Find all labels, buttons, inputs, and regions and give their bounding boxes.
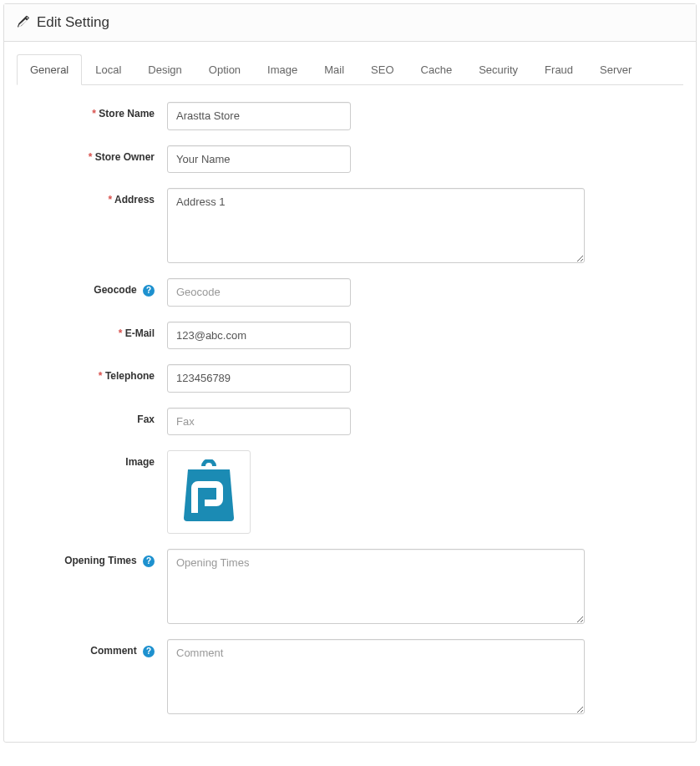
settings-panel: Edit Setting General Local Design Option…	[3, 3, 697, 743]
store-owner-input[interactable]	[167, 145, 351, 174]
fax-input[interactable]	[167, 408, 351, 436]
panel-title: Edit Setting	[37, 14, 109, 31]
tab-option[interactable]: Option	[195, 54, 254, 85]
help-icon[interactable]: ?	[143, 646, 155, 657]
geocode-input[interactable]	[167, 278, 351, 307]
image-thumbnail[interactable]	[167, 450, 251, 534]
tab-image[interactable]: Image	[254, 54, 311, 85]
email-input[interactable]	[167, 322, 351, 350]
pencil-icon	[17, 15, 30, 31]
opening-times-label: Opening Times ?	[17, 549, 167, 567]
opening-times-input[interactable]	[167, 549, 585, 624]
settings-tabs: General Local Design Option Image Mail S…	[17, 54, 683, 85]
tab-seo[interactable]: SEO	[358, 54, 407, 85]
address-label: Address	[17, 188, 167, 205]
geocode-label: Geocode ?	[17, 278, 167, 297]
telephone-label: Telephone	[17, 364, 167, 382]
help-icon[interactable]: ?	[143, 285, 155, 297]
fax-label: Fax	[17, 408, 167, 425]
tab-content-general: Store Name Store Owner Address Address 1	[17, 85, 683, 714]
store-name-label: Store Name	[17, 102, 167, 119]
tab-security[interactable]: Security	[465, 54, 531, 85]
image-label: Image	[17, 450, 167, 468]
tab-cache[interactable]: Cache	[408, 54, 466, 85]
store-name-input[interactable]	[167, 102, 351, 130]
tab-fraud[interactable]: Fraud	[531, 54, 586, 85]
panel-header: Edit Setting	[4, 4, 696, 42]
store-logo-icon	[171, 454, 246, 530]
comment-label: Comment ?	[17, 639, 167, 657]
tab-local[interactable]: Local	[82, 54, 134, 85]
telephone-input[interactable]	[167, 364, 351, 393]
panel-body: General Local Design Option Image Mail S…	[4, 42, 696, 742]
help-icon[interactable]: ?	[143, 555, 155, 567]
tab-design[interactable]: Design	[134, 54, 195, 85]
comment-input[interactable]	[167, 639, 585, 714]
store-owner-label: Store Owner	[17, 145, 167, 163]
address-input[interactable]: Address 1	[167, 188, 585, 263]
tab-general[interactable]: General	[17, 54, 82, 85]
tab-mail[interactable]: Mail	[311, 54, 358, 85]
email-label: E-Mail	[17, 322, 167, 339]
tab-server[interactable]: Server	[586, 54, 645, 85]
